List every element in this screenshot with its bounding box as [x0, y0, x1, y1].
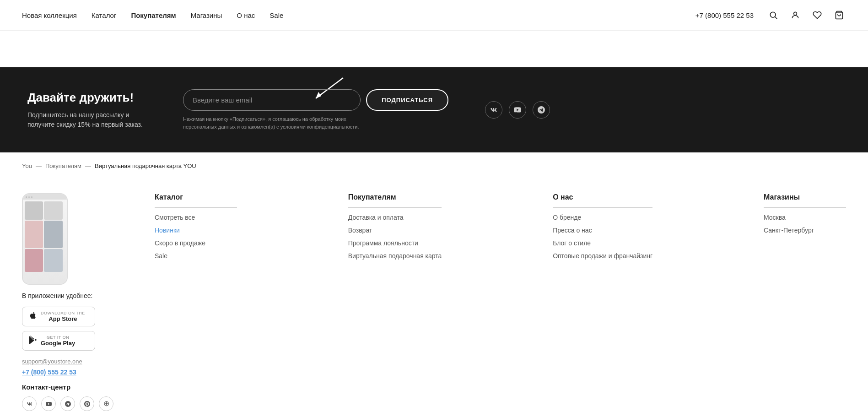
newsletter-banner: Давайте дружить! Подпишитесь на нашу рас…: [0, 67, 868, 152]
nav-item-buyers[interactable]: Покупателям: [131, 11, 176, 19]
footer-social-row: ⊕: [22, 396, 136, 411]
breadcrumb-sep-2: —: [85, 162, 91, 169]
apple-icon: [29, 311, 37, 322]
header-right: +7 (800) 555 22 53: [695, 8, 846, 22]
footer-link-spb[interactable]: Санкт-Петербург: [764, 227, 846, 234]
appstore-name-text: App Store: [41, 315, 85, 322]
footer-col-stores: Магазины Москва Санкт-Петербург: [764, 193, 846, 265]
footer-link-brand[interactable]: О бренде: [553, 214, 652, 221]
phone-img-4: [44, 221, 62, 248]
header-spacer: [0, 31, 868, 67]
appstore-button[interactable]: Download on the App Store: [22, 307, 95, 326]
nav-item-sale[interactable]: Sale: [270, 11, 283, 19]
nav-item-about[interactable]: О нас: [237, 11, 255, 19]
app-section-label: В приложении удобнее:: [22, 292, 136, 299]
footer-link-returns[interactable]: Возврат: [348, 227, 442, 234]
footer-link-loyalty[interactable]: Программа лояльности: [348, 239, 442, 247]
breadcrumb-item-home[interactable]: You: [22, 162, 32, 169]
header-phone: +7 (800) 555 22 53: [695, 11, 754, 19]
contact-email[interactable]: support@youstore.one: [22, 358, 136, 365]
footer-link-view-all[interactable]: Смотреть все: [155, 214, 237, 221]
svg-point-2: [794, 12, 797, 15]
newsletter-text: Давайте дружить! Подпишитесь на нашу рас…: [27, 91, 156, 130]
phone-img-5: [25, 249, 43, 272]
nav-item-catalog[interactable]: Каталог: [92, 11, 117, 19]
footer-link-coming-soon[interactable]: Скоро в продаже: [155, 239, 237, 247]
breadcrumb-item-buyers[interactable]: Покупателям: [45, 162, 81, 169]
footer-col-buyers: Покупателям Доставка и оплата Возврат Пр…: [348, 193, 442, 265]
footer-telegram-button[interactable]: [60, 396, 75, 411]
phone-dot-2: [28, 196, 30, 198]
contact-center-label: Контакт-центр: [22, 383, 136, 391]
account-button[interactable]: [788, 8, 802, 22]
footer-link-wholesale[interactable]: Оптовые продажи и франчайзинг: [553, 252, 652, 260]
phone-img-6: [44, 249, 62, 272]
contact-phone[interactable]: +7 (800) 555 22 53: [22, 368, 136, 376]
newsletter-title: Давайте дружить!: [27, 91, 156, 105]
footer-other-button[interactable]: ⊕: [99, 396, 113, 411]
footer-link-blog[interactable]: Блог о стиле: [553, 239, 652, 247]
other-icon: ⊕: [103, 400, 109, 407]
footer-link-gift-card[interactable]: Виртуальная подарочная карта: [348, 252, 442, 260]
appstore-small-text: Download on the: [41, 311, 85, 315]
contact-section: support@youstore.one +7 (800) 555 22 53 …: [22, 358, 136, 411]
newsletter-email-input[interactable]: [183, 89, 361, 111]
nav-item-new-collection[interactable]: Новая коллекция: [22, 11, 77, 19]
footer-col-catalog: Каталог Смотреть все Новинки Скоро в про…: [155, 193, 237, 265]
footer-content: В приложении удобнее: Download on the Ap…: [0, 179, 868, 417]
phone-dot-3: [31, 196, 32, 198]
breadcrumb: You — Покупателям — Виртуальная подарочн…: [0, 152, 868, 179]
googleplay-text: GET IT ON Google Play: [41, 335, 75, 347]
social-vk-button[interactable]: [485, 101, 502, 119]
phone-img-1: [25, 201, 43, 220]
footer-link-press[interactable]: Пресса о нас: [553, 227, 652, 234]
footer-vk-button[interactable]: [22, 396, 37, 411]
phone-dot: [26, 196, 27, 198]
breadcrumb-item-current: Виртуальная подарочная карта YOU: [95, 162, 196, 169]
cart-button[interactable]: [832, 8, 846, 22]
googleplay-icon: [29, 336, 37, 346]
newsletter-disclaimer: Нажимая на кнопку «Подписаться», я согла…: [183, 115, 380, 130]
footer-col-catalog-title: Каталог: [155, 193, 237, 207]
phone-screen: [23, 200, 67, 284]
footer-columns: Каталог Смотреть все Новинки Скоро в про…: [155, 193, 846, 265]
main-nav: Новая коллекция Каталог Покупателям Мага…: [22, 11, 283, 19]
app-section: В приложении удобнее: Download on the Ap…: [22, 193, 136, 411]
newsletter-subscribe-button[interactable]: ПОДПИСАТЬСЯ: [366, 89, 448, 111]
social-telegram-button[interactable]: [533, 101, 550, 119]
footer-pinterest-button[interactable]: [80, 396, 94, 411]
wishlist-button[interactable]: [810, 8, 824, 22]
nav-item-stores[interactable]: Магазины: [191, 11, 222, 19]
footer-col-about: О нас О бренде Пресса о нас Блог о стиле…: [553, 193, 652, 265]
svg-point-0: [770, 12, 776, 17]
phone-img-2: [44, 201, 62, 220]
googleplay-small-text: GET IT ON: [41, 335, 75, 340]
phone-mockup-container: [22, 193, 72, 285]
footer-link-new[interactable]: Новинки: [155, 227, 237, 234]
social-youtube-button[interactable]: [509, 101, 526, 119]
footer-link-moscow[interactable]: Москва: [764, 214, 846, 221]
svg-line-1: [775, 17, 777, 19]
newsletter-subtitle: Подпишитесь на нашу рассылку и получите …: [27, 110, 156, 130]
newsletter-input-row: ПОДПИСАТЬСЯ: [183, 89, 448, 111]
newsletter-social: [485, 101, 550, 119]
footer-link-sale[interactable]: Sale: [155, 252, 237, 260]
main-header: Новая коллекция Каталог Покупателям Мага…: [0, 0, 868, 31]
footer-youtube-button[interactable]: [41, 396, 56, 411]
newsletter-form: ПОДПИСАТЬСЯ Нажимая на кнопку «Подписать…: [183, 89, 448, 130]
phone-mockup: [22, 193, 68, 285]
footer-link-delivery[interactable]: Доставка и оплата: [348, 214, 442, 221]
footer-col-buyers-title: Покупателям: [348, 193, 442, 207]
footer-col-stores-title: Магазины: [764, 193, 846, 207]
app-download-buttons: Download on the App Store GET IT ON Goog…: [22, 307, 136, 351]
googleplay-button[interactable]: GET IT ON Google Play: [22, 331, 95, 351]
googleplay-name-text: Google Play: [41, 340, 75, 347]
phone-top-bar: [23, 194, 67, 200]
footer-col-about-title: О нас: [553, 193, 652, 207]
search-button[interactable]: [766, 8, 780, 22]
phone-img-3: [25, 221, 43, 248]
breadcrumb-sep-1: —: [36, 162, 42, 169]
appstore-text: Download on the App Store: [41, 311, 85, 322]
